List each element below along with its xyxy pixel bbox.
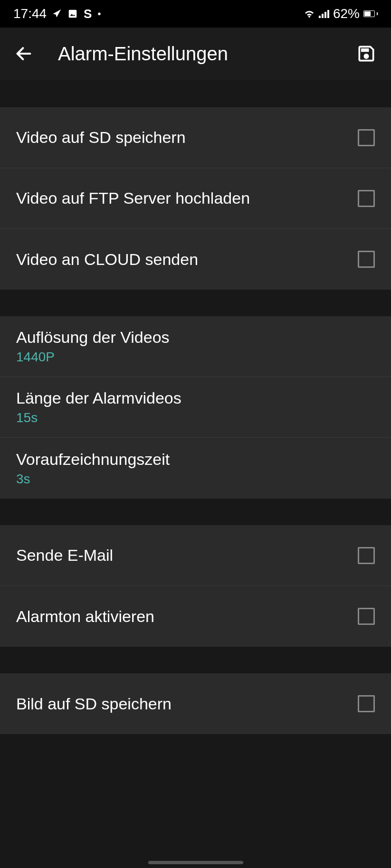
- section-video-storage: Video auf SD speichern Video auf FTP Ser…: [0, 107, 391, 290]
- item-label: Video auf SD speichern: [16, 128, 186, 147]
- section-spacer: [0, 499, 391, 525]
- item-video-sd[interactable]: Video auf SD speichern: [0, 107, 391, 168]
- item-label: Video an CLOUD senden: [16, 250, 198, 269]
- picture-icon: [67, 9, 78, 19]
- section-image-storage: Bild auf SD speichern: [0, 673, 391, 734]
- item-label: Auflösung der Videos: [16, 328, 375, 347]
- section-notifications: Sende E-Mail Alarmton aktivieren: [0, 525, 391, 647]
- app-bar: Alarm-Einstellungen: [0, 28, 391, 80]
- section-spacer: [0, 290, 391, 316]
- item-value: 1440P: [16, 349, 375, 365]
- item-video-length[interactable]: Länge der Alarmvideos 15s: [0, 377, 391, 438]
- signal-icon: [319, 9, 329, 18]
- item-prerecord[interactable]: Voraufzeichnungszeit 3s: [0, 438, 391, 499]
- save-button[interactable]: [355, 42, 378, 65]
- svg-rect-1: [319, 16, 321, 18]
- item-label: Länge der Alarmvideos: [16, 389, 375, 407]
- checkbox-image-sd[interactable]: [358, 695, 375, 712]
- wifi-icon: [304, 9, 315, 19]
- item-alarm-tone[interactable]: Alarmton aktivieren: [0, 586, 391, 647]
- item-label: Video auf FTP Server hochladen: [16, 189, 250, 208]
- checkbox-alarm-tone[interactable]: [358, 608, 375, 625]
- dot-icon: •: [97, 9, 101, 19]
- item-label: Sende E-Mail: [16, 546, 113, 565]
- checkbox-video-sd[interactable]: [358, 129, 375, 146]
- item-value: 3s: [16, 472, 375, 487]
- status-time: 17:44: [13, 6, 47, 21]
- back-button[interactable]: [13, 43, 34, 64]
- checkbox-video-ftp[interactable]: [358, 190, 375, 207]
- section-video-settings: Auflösung der Videos 1440P Länge der Ala…: [0, 316, 391, 499]
- svg-rect-2: [322, 14, 324, 18]
- item-image-sd[interactable]: Bild auf SD speichern: [0, 673, 391, 734]
- item-video-cloud[interactable]: Video an CLOUD senden: [0, 229, 391, 290]
- svg-rect-4: [327, 10, 329, 18]
- item-resolution[interactable]: Auflösung der Videos 1440P: [0, 316, 391, 377]
- checkbox-send-email[interactable]: [358, 547, 375, 564]
- item-video-ftp[interactable]: Video auf FTP Server hochladen: [0, 168, 391, 229]
- item-label: Voraufzeichnungszeit: [16, 450, 375, 469]
- page-title: Alarm-Einstellungen: [58, 43, 331, 65]
- location-icon: [52, 9, 62, 19]
- item-label: Bild auf SD speichern: [16, 695, 172, 713]
- svg-rect-3: [324, 12, 326, 18]
- s-icon: S: [84, 7, 92, 21]
- item-value: 15s: [16, 410, 375, 425]
- item-label: Alarmton aktivieren: [16, 607, 154, 626]
- navigation-handle[interactable]: [148, 861, 243, 864]
- battery-icon: [363, 10, 378, 17]
- item-send-email[interactable]: Sende E-Mail: [0, 525, 391, 586]
- status-bar: 17:44 S • 62%: [0, 0, 391, 28]
- section-spacer: [0, 647, 391, 673]
- status-left: 17:44 S •: [13, 6, 101, 21]
- status-right: 62%: [304, 6, 378, 21]
- svg-rect-0: [69, 10, 77, 18]
- checkbox-video-cloud[interactable]: [358, 251, 375, 268]
- battery-percent: 62%: [333, 6, 360, 21]
- section-spacer: [0, 80, 391, 107]
